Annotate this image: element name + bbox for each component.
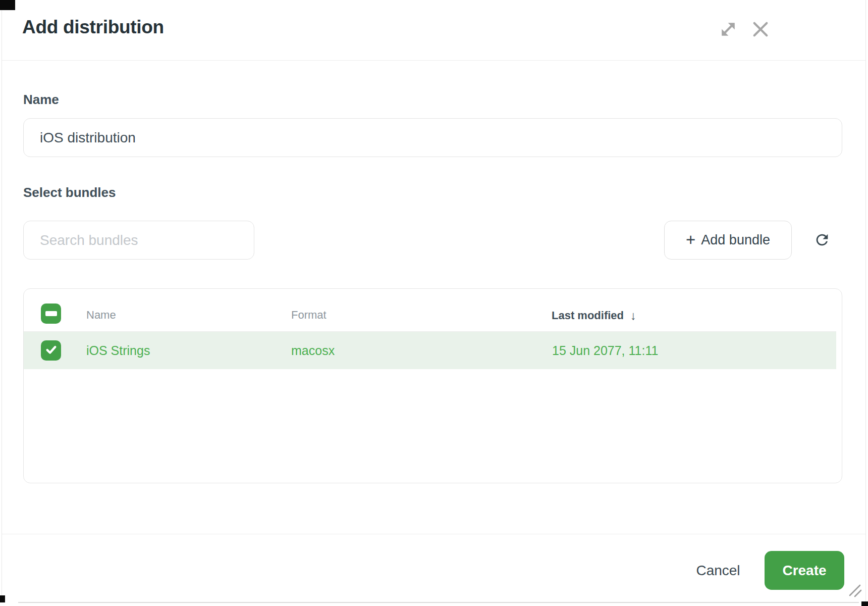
column-header-last-modified[interactable]: Last modified ↓ — [552, 309, 636, 323]
close-icon — [749, 18, 772, 42]
select-all-checkbox[interactable] — [41, 304, 61, 324]
backdrop-corner-top-left — [0, 0, 15, 10]
close-button[interactable] — [747, 16, 774, 43]
backdrop-corner-bottom-left — [0, 595, 5, 602]
expand-icon — [717, 18, 740, 42]
modal-title: Add distribution — [22, 17, 164, 38]
name-field-label: Name — [23, 92, 59, 108]
add-bundle-label: Add bundle — [701, 232, 770, 248]
resize-handle[interactable] — [846, 582, 862, 598]
row-cell-format: macosx — [291, 343, 335, 358]
backdrop-corner-bottom-right — [861, 601, 868, 606]
row-checkbox[interactable] — [41, 340, 61, 361]
column-header-format[interactable]: Format — [291, 309, 327, 322]
row-cell-last-modified: 15 Jun 2077, 11:11 — [552, 343, 658, 358]
indeterminate-dash-icon — [45, 311, 57, 316]
column-header-last-modified-label: Last modified — [552, 309, 624, 322]
bundles-table-header: Name Format Last modified ↓ — [24, 289, 836, 332]
search-bundles-input[interactable] — [23, 221, 254, 260]
plus-icon: + — [686, 231, 695, 248]
resize-grip-icon — [846, 591, 862, 599]
checkmark-icon — [44, 342, 59, 359]
add-bundle-button[interactable]: + Add bundle — [664, 221, 792, 260]
column-header-name[interactable]: Name — [86, 309, 116, 322]
create-button[interactable]: Create — [765, 551, 844, 590]
name-input[interactable] — [23, 118, 842, 157]
table-row[interactable]: iOS Strings macosx 15 Jun 2077, 11:11 — [24, 332, 836, 369]
select-bundles-label: Select bundles — [23, 185, 116, 200]
modal-bottom-border — [18, 602, 859, 603]
modal-right-border — [865, 0, 866, 602]
bundles-table: Name Format Last modified ↓ iOS Strings … — [23, 288, 842, 483]
expand-button[interactable] — [716, 17, 741, 42]
cancel-button[interactable]: Cancel — [678, 555, 758, 586]
refresh-button[interactable] — [806, 225, 838, 256]
modal-header: Add distribution — [2, 0, 866, 61]
refresh-icon — [813, 231, 831, 250]
row-cell-name: iOS Strings — [86, 343, 150, 358]
add-distribution-modal: Add distribution Name Select bundles + — [0, 0, 868, 606]
modal-left-border — [2, 0, 2, 602]
sort-descending-icon: ↓ — [630, 309, 636, 323]
modal-footer: Cancel Create — [2, 534, 866, 602]
